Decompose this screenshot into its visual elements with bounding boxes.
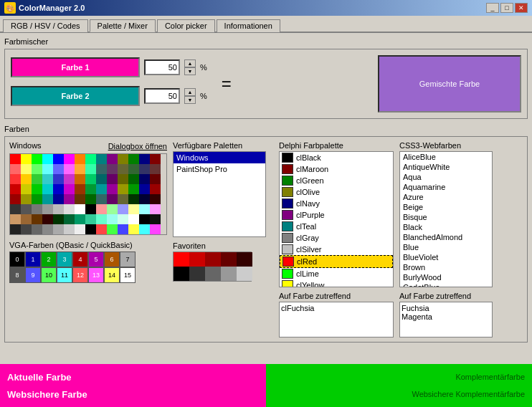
color-cell[interactable] bbox=[150, 174, 161, 184]
color-cell[interactable] bbox=[32, 154, 42, 164]
vga-cell[interactable]: 12 bbox=[72, 267, 88, 283]
color-cell[interactable] bbox=[118, 194, 128, 204]
color-cell[interactable] bbox=[42, 194, 53, 204]
delphi-item[interactable]: clGray bbox=[280, 232, 393, 244]
farbe1-spin-up[interactable]: ▲ bbox=[184, 59, 196, 67]
color-cell[interactable] bbox=[10, 194, 21, 204]
color-cell[interactable] bbox=[75, 194, 85, 204]
color-cell[interactable] bbox=[64, 214, 75, 224]
favoriten-cell[interactable] bbox=[237, 252, 252, 267]
color-cell[interactable] bbox=[64, 154, 75, 164]
color-cell[interactable] bbox=[107, 164, 118, 174]
delphi-item[interactable]: clTeal bbox=[280, 221, 393, 232]
css3-auf-farbe-list[interactable]: FuchsiaMagenta bbox=[399, 302, 493, 337]
vga-cell[interactable]: 14 bbox=[104, 267, 120, 283]
color-cell[interactable] bbox=[107, 204, 118, 214]
color-cell[interactable] bbox=[96, 214, 107, 224]
vga-cell[interactable]: 6 bbox=[104, 252, 120, 267]
color-cell[interactable] bbox=[128, 174, 139, 184]
delphi-item[interactable]: clSilver bbox=[280, 244, 393, 255]
favoriten-cell[interactable] bbox=[221, 252, 237, 267]
color-cell[interactable] bbox=[150, 204, 161, 214]
close-button[interactable]: ✕ bbox=[515, 3, 528, 13]
paletten-list[interactable]: WindowsPaintShop Pro bbox=[173, 151, 266, 237]
color-cell[interactable] bbox=[139, 184, 150, 194]
delphi-item[interactable]: clBlack bbox=[280, 152, 393, 163]
tab-rgb[interactable]: RGB / HSV / Codes bbox=[3, 19, 88, 32]
maximize-button[interactable]: □ bbox=[500, 3, 513, 13]
delphi-item[interactable]: clYellow bbox=[280, 279, 393, 287]
vga-cell[interactable]: 4 bbox=[72, 252, 88, 267]
css3-item[interactable]: Black bbox=[400, 222, 492, 232]
vga-cell[interactable]: 3 bbox=[57, 252, 72, 267]
color-cell[interactable] bbox=[139, 164, 150, 174]
color-cell[interactable] bbox=[32, 194, 42, 204]
color-cell[interactable] bbox=[128, 164, 139, 174]
vga-cell[interactable]: 8 bbox=[9, 267, 25, 283]
delphi-auf-farbe-list[interactable]: clFuchsia bbox=[279, 302, 394, 337]
color-cell[interactable] bbox=[42, 204, 53, 214]
color-cell[interactable] bbox=[150, 154, 161, 164]
color-cell[interactable] bbox=[128, 184, 139, 194]
color-cell[interactable] bbox=[10, 164, 21, 174]
color-cell[interactable] bbox=[75, 204, 85, 214]
color-cell[interactable] bbox=[32, 204, 42, 214]
color-cell[interactable] bbox=[53, 164, 64, 174]
paletten-item[interactable]: PaintShop Pro bbox=[174, 163, 265, 175]
color-cell[interactable] bbox=[42, 154, 53, 164]
color-cell[interactable] bbox=[150, 214, 161, 224]
color-cell[interactable] bbox=[150, 184, 161, 194]
color-cell[interactable] bbox=[118, 154, 128, 164]
color-cell[interactable] bbox=[64, 174, 75, 184]
css3-item[interactable]: BlueViolet bbox=[400, 252, 492, 262]
farbe2-button[interactable]: Farbe 2 bbox=[11, 86, 140, 106]
color-cell[interactable] bbox=[32, 224, 42, 234]
css3-item[interactable]: BurlyWood bbox=[400, 272, 492, 282]
farbe2-input[interactable] bbox=[144, 88, 180, 104]
color-cell[interactable] bbox=[96, 194, 107, 204]
css3-item[interactable]: CadetBlue bbox=[400, 282, 492, 287]
color-cell[interactable] bbox=[128, 224, 139, 234]
css3-item[interactable]: Blue bbox=[400, 242, 492, 252]
color-cell[interactable] bbox=[85, 184, 96, 194]
color-cell[interactable] bbox=[150, 224, 161, 234]
color-cell[interactable] bbox=[96, 164, 107, 174]
color-cell[interactable] bbox=[139, 224, 150, 234]
color-cell[interactable] bbox=[139, 174, 150, 184]
delphi-item[interactable]: clRed bbox=[280, 255, 393, 268]
delphi-item[interactable]: clMaroon bbox=[280, 163, 393, 175]
color-cell[interactable] bbox=[21, 174, 32, 184]
delphi-item[interactable]: clNavy bbox=[280, 198, 393, 209]
color-cell[interactable] bbox=[139, 214, 150, 224]
color-cell[interactable] bbox=[107, 214, 118, 224]
color-cell[interactable] bbox=[10, 214, 21, 224]
color-cell[interactable] bbox=[96, 184, 107, 194]
minimize-button[interactable]: _ bbox=[486, 3, 499, 13]
color-cell[interactable] bbox=[53, 194, 64, 204]
delphi-item[interactable]: clOlive bbox=[280, 186, 393, 198]
paletten-item[interactable]: Windows bbox=[174, 152, 265, 163]
color-cell[interactable] bbox=[128, 214, 139, 224]
color-cell[interactable] bbox=[53, 224, 64, 234]
color-cell[interactable] bbox=[96, 174, 107, 184]
farbe1-button[interactable]: Farbe 1 bbox=[11, 57, 140, 77]
color-cell[interactable] bbox=[85, 214, 96, 224]
css3-item[interactable]: BlanchedAlmond bbox=[400, 232, 492, 242]
color-cell[interactable] bbox=[64, 164, 75, 174]
vga-cell[interactable]: 9 bbox=[25, 267, 41, 283]
vga-cell[interactable]: 11 bbox=[57, 267, 72, 283]
delphi-item[interactable]: clPurple bbox=[280, 209, 393, 221]
vga-cell[interactable]: 10 bbox=[41, 267, 57, 283]
color-cell[interactable] bbox=[96, 224, 107, 234]
color-cell[interactable] bbox=[118, 174, 128, 184]
color-cell[interactable] bbox=[139, 204, 150, 214]
css3-item[interactable]: Bisque bbox=[400, 212, 492, 222]
vga-cell[interactable]: 15 bbox=[120, 267, 136, 283]
color-cell[interactable] bbox=[21, 164, 32, 174]
color-cell[interactable] bbox=[53, 214, 64, 224]
color-cell[interactable] bbox=[64, 194, 75, 204]
vga-cell[interactable]: 5 bbox=[88, 252, 104, 267]
color-cell[interactable] bbox=[10, 184, 21, 194]
color-cell[interactable] bbox=[75, 184, 85, 194]
color-cell[interactable] bbox=[75, 174, 85, 184]
